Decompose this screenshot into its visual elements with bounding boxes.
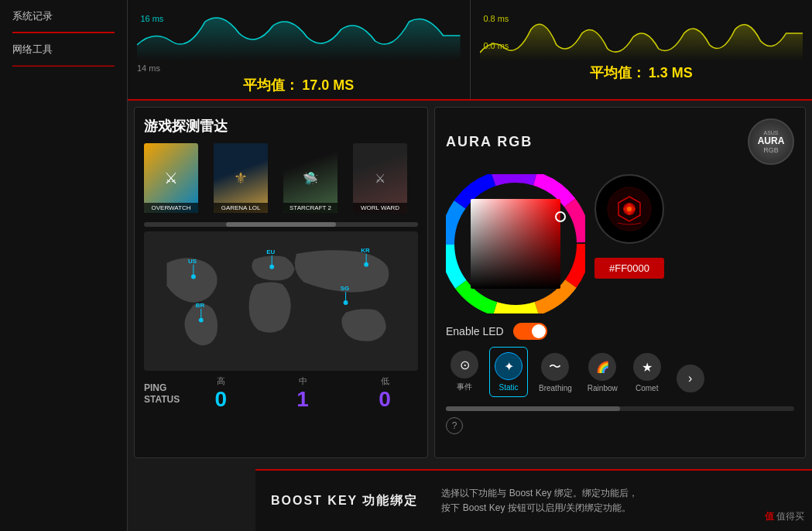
- game-cover-starcraft: 🛸 STARCRAFT 2: [283, 143, 337, 213]
- stat-avg-left: 平均值： 17.0 MS: [137, 76, 461, 94]
- help-icon[interactable]: ?: [446, 417, 463, 434]
- svg-point-7: [269, 265, 274, 269]
- color-wheel-container[interactable]: [446, 174, 585, 313]
- watermark: 值 值得买: [765, 510, 804, 523]
- game-radar-panel: 游戏探测雷达 ⚔ OVERWATCH ⚜ GARENA LOL: [134, 107, 428, 458]
- game-cover-lol: ⚜ GARENA LOL: [214, 143, 268, 213]
- hex-color-input[interactable]: [594, 258, 664, 279]
- rog-logo: [594, 174, 664, 244]
- effect-label-comet: Comet: [636, 384, 658, 392]
- sidebar: 系统记录 网络工具: [0, 0, 128, 531]
- stat-avg-right: 平均值： 1.3 MS: [480, 63, 803, 82]
- svg-rect-30: [471, 199, 560, 289]
- ping-item-high: 高 0: [214, 375, 227, 412]
- effect-icon-comet: ★: [633, 353, 661, 381]
- effect-label-rainbow: Rainbow: [588, 384, 618, 392]
- game-list: ⚔ OVERWATCH ⚜ GARENA LOL 🛸 STARCRAFT 2: [144, 143, 418, 213]
- aura-scrollbar-area: [446, 406, 794, 411]
- boost-key-desc: 选择以下功能与 Boost Key 绑定。绑定功能后， 按下 Boost Key…: [441, 486, 637, 516]
- effect-icon-more: ›: [677, 365, 704, 392]
- led-toggle-row: Enable LED: [446, 323, 794, 340]
- svg-text:0.0 ms: 0.0 ms: [483, 41, 509, 50]
- aura-scroll-thumb: [446, 406, 620, 411]
- game-item-2[interactable]: 🛸 STARCRAFT 2: [283, 143, 348, 213]
- effect-label-breathing: Breathing: [539, 384, 572, 392]
- effect-icon-static: ✦: [495, 352, 522, 380]
- boost-key-title: BOOST KEY 功能绑定: [271, 493, 418, 509]
- effect-static[interactable]: ✦ Static: [489, 347, 528, 397]
- world-map: US EU KR BR: [144, 231, 418, 371]
- svg-text:US: US: [188, 258, 197, 265]
- boost-key-row: BOOST KEY 功能绑定 选择以下功能与 Boost Key 绑定。绑定功能…: [255, 469, 812, 531]
- effect-label-event: 事件: [457, 382, 472, 392]
- svg-point-10: [364, 262, 368, 267]
- svg-text:KR: KR: [361, 247, 370, 254]
- game-item-3[interactable]: ⚔ WORL WARD: [353, 143, 418, 213]
- svg-point-34: [627, 207, 632, 211]
- effect-icon-event: ⊙: [451, 351, 478, 379]
- svg-point-13: [199, 318, 204, 323]
- effect-rainbow[interactable]: 🌈 Rainbow: [583, 348, 622, 397]
- color-picker-area: [446, 174, 794, 313]
- game-item-1[interactable]: ⚜ GARENA LOL: [214, 143, 279, 213]
- ping-item-low: 低 0: [379, 375, 391, 412]
- stat-panel-right: 0.8 ms 0.0 ms 平均值： 1.3 MS: [471, 0, 813, 99]
- ping-row: PING STATUS 高 0 中 1 低 0: [144, 375, 418, 412]
- svg-text:16 ms: 16 ms: [140, 14, 163, 22]
- aura-header: AURA RGB ASUS AURA RGB: [446, 118, 794, 165]
- stat-time-left: 14 ms: [137, 63, 461, 73]
- game-cover-overwatch: ⚔ OVERWATCH: [144, 143, 198, 213]
- led-label: Enable LED: [446, 325, 504, 337]
- ping-item-mid: 中 1: [296, 375, 309, 412]
- aura-scroll-track[interactable]: [446, 406, 794, 411]
- aura-title: AURA RGB: [446, 134, 533, 150]
- svg-text:SG: SG: [341, 285, 349, 292]
- aura-logo: ASUS AURA RGB: [748, 118, 794, 165]
- game-radar-title: 游戏探测雷达: [144, 117, 418, 135]
- svg-text:BR: BR: [196, 302, 205, 309]
- svg-point-16: [344, 300, 348, 305]
- stats-bar: 16 ms 14 ms 平均值： 17.0 MS: [128, 0, 812, 101]
- stat-graph-right: 0.8 ms 0.0 ms: [480, 6, 803, 60]
- stat-panel-left: 16 ms 14 ms 平均值： 17.0 MS: [128, 0, 471, 99]
- svg-text:EU: EU: [266, 248, 275, 255]
- effect-icon-breathing: 〜: [541, 353, 569, 381]
- toggle-knob: [532, 324, 546, 338]
- game-scroll-track[interactable]: [144, 222, 418, 227]
- rog-side: [594, 174, 664, 279]
- world-map-bg: US EU KR BR: [144, 231, 418, 371]
- aura-rgb-panel: AURA RGB ASUS AURA RGB: [434, 107, 806, 458]
- sidebar-item-system-log[interactable]: 系统记录: [0, 0, 127, 33]
- effect-icon-rainbow: 🌈: [588, 353, 616, 381]
- ping-status-label: PING STATUS: [144, 382, 180, 405]
- svg-text:0.8 ms: 0.8 ms: [483, 14, 509, 22]
- game-scroll-thumb: [226, 222, 336, 227]
- game-cover-world: ⚔ WORL WARD: [353, 143, 407, 213]
- help-icon-area: ?: [446, 417, 794, 434]
- effect-comet[interactable]: ★ Comet: [629, 348, 666, 397]
- effect-more[interactable]: ›: [672, 360, 709, 397]
- game-item-0[interactable]: ⚔ OVERWATCH: [144, 143, 209, 213]
- effect-label-static: Static: [499, 383, 518, 392]
- effect-breathing[interactable]: 〜 Breathing: [534, 348, 577, 397]
- effects-row: ⊙ 事件 ✦ Static 〜 Breathing 🌈 Rainbow ★: [446, 346, 794, 397]
- content-row: 游戏探测雷达 ⚔ OVERWATCH ⚜ GARENA LOL: [128, 101, 812, 464]
- stat-graph-left: 16 ms: [137, 6, 461, 60]
- svg-point-4: [191, 275, 196, 279]
- sidebar-item-network-tools[interactable]: 网络工具: [0, 33, 127, 66]
- main-area: 16 ms 14 ms 平均值： 17.0 MS: [128, 0, 812, 531]
- led-toggle[interactable]: [513, 323, 547, 340]
- ping-items: 高 0 中 1 低 0: [187, 375, 418, 412]
- effect-event[interactable]: ⊙ 事件: [446, 346, 483, 397]
